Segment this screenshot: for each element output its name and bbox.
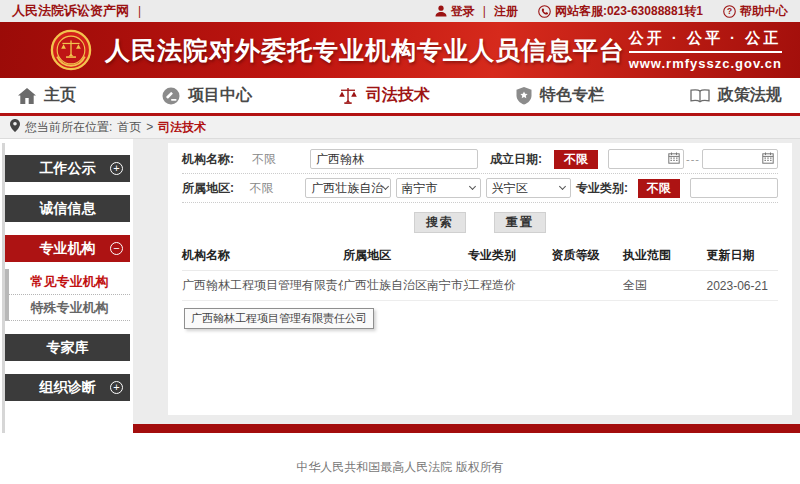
menu-label: 组织诊断 [40,379,96,397]
main-region: 工作公示 + 诚信信息 专业机构 − 常见专业机构 特殊专业机构 专家库 组织诊… [0,139,800,484]
book-icon [690,88,710,103]
org-name-link[interactable]: 广西翰林工程项目管理有限责任... [182,271,343,301]
svg-text:?: ? [727,6,732,16]
city-select-value: 南宁市 [402,180,438,197]
sidebar-item-expert-pool[interactable]: 专家库 [5,334,130,361]
calendar-icon [668,152,680,167]
founded-unlimited-button[interactable]: 不限 [554,150,598,169]
category-unlimited-button[interactable]: 不限 [638,179,680,198]
province-select[interactable]: 广西壮族自治 [305,178,390,198]
chevron-down-icon [382,183,389,190]
breadcrumb-home[interactable]: 首页 [117,119,141,136]
footer-red-bar [133,424,800,433]
region-label: 所属地区: [182,180,249,197]
col-org-name: 机构名称 [182,240,343,271]
help-link[interactable]: 帮助中心 [740,3,788,20]
topbar-divider: | [138,4,141,18]
nav-item-featured[interactable]: 特色专栏 [516,85,604,106]
nav-label: 政策法规 [718,85,782,106]
nav-item-project-center[interactable]: 项目中心 [162,85,252,106]
expand-icon[interactable]: + [110,381,123,394]
top-utility-bar: 人民法院诉讼资产网 | 登录 | 注册 网站客服:023-63088881转1 … [0,0,800,22]
breadcrumb-separator: > [146,120,153,134]
category-input[interactable] [690,178,778,198]
collapse-icon[interactable]: − [110,242,123,255]
search-panel: 机构名称: 不限 成立日期: 不限 --- [168,143,792,415]
help-group: ? 帮助中心 [723,3,788,20]
login-group: 登录 | 注册 [435,3,518,20]
phone-icon [538,5,551,18]
menu-label: 诚信信息 [40,200,96,218]
city-select[interactable]: 南宁市 [396,178,481,198]
chevron-down-icon [559,183,566,190]
sidebar-item-professional-orgs[interactable]: 专业机构 − [5,235,130,262]
hotline-text: 网站客服:023-63088881转1 [555,3,703,20]
nav-item-policy[interactable]: 政策法规 [690,85,782,106]
map-pin-icon [10,119,20,135]
col-updated: 更新日期 [706,240,778,271]
menu-label: 工作公示 [40,160,96,178]
org-name-input[interactable] [310,149,478,169]
col-scope: 执业范围 [623,240,706,271]
home-icon [18,88,36,104]
founded-date-from-input[interactable] [608,149,684,169]
banner-right: 公开 · 公平 · 公正 www.rmfysszc.gov.cn [629,29,786,71]
org-name-tooltip: 广西翰林工程项目管理有限责任公司 [184,308,374,329]
scales-icon [338,87,358,105]
date-range-separator: --- [686,153,700,165]
sidebar-subitem-special-orgs[interactable]: 特殊专业机构 [9,295,130,321]
gavel-circle-icon [162,87,180,105]
cell-grade [552,271,624,301]
slogan-text: 公开 · 公平 · 公正 [629,29,782,53]
site-url: www.rmfysszc.gov.cn [629,56,782,71]
login-link[interactable]: 登录 [451,3,475,20]
cell-region: 广西壮族自治区南宁市兴宁区 [343,271,468,301]
results-table: 机构名称 所属地区 专业类别 资质等级 执业范围 更新日期 广西翰林工程项目管理… [182,240,778,301]
search-button[interactable]: 搜索 [414,212,466,233]
sidebar-subitem-common-orgs[interactable]: 常见专业机构 [9,269,130,295]
org-name-unlimited[interactable]: 不限 [252,151,310,168]
cell-scope: 全国 [623,271,706,301]
nav-label: 项目中心 [188,85,252,106]
help-icon: ? [723,5,736,18]
org-name-label: 机构名称: [182,151,252,168]
cell-updated: 2023-06-21 [706,271,778,301]
region-unlimited[interactable]: 不限 [249,180,305,197]
expand-icon[interactable]: + [110,162,123,175]
district-select-value: 兴宁区 [492,180,528,197]
founded-date-to-input[interactable] [702,149,778,169]
founded-date-label: 成立日期: [490,151,554,168]
filter-row-region-category: 所属地区: 不限 广西壮族自治 南宁市 兴宁区 专业类别: 不限 [182,174,778,203]
nav-label: 特色专栏 [540,85,604,106]
copyright-text: 中华人民共和国最高人民法院 版权所有 [296,459,503,484]
category-label: 专业类别: [576,180,638,197]
menu-label: 专家库 [47,339,89,357]
user-icon [435,5,447,17]
province-select-value: 广西壮族自治 [311,180,383,197]
site-banner: 人民法院对外委托专业机构专业人员信息平台 公开 · 公平 · 公正 www.rm… [0,22,800,78]
sidebar-menu: 工作公示 + 诚信信息 专业机构 − 常见专业机构 特殊专业机构 专家库 组织诊… [5,155,130,414]
col-category: 专业类别 [468,240,551,271]
table-header-row: 机构名称 所属地区 专业类别 资质等级 执业范围 更新日期 [182,240,778,271]
content-area: 机构名称: 不限 成立日期: 不限 --- [133,139,800,424]
sidebar-item-integrity-info[interactable]: 诚信信息 [5,195,130,222]
nav-item-home[interactable]: 主页 [18,85,76,106]
shield-star-icon [516,87,532,105]
sidebar-item-work-publicity[interactable]: 工作公示 + [5,155,130,182]
main-nav: 主页 项目中心 司法技术 特色专栏 政策法规 [0,78,800,116]
reset-button[interactable]: 重置 [494,212,546,233]
register-link[interactable]: 注册 [494,3,518,20]
table-row: 广西翰林工程项目管理有限责任... 广西壮族自治区南宁市兴宁区 工程造价 全国 … [182,271,778,301]
nav-label: 主页 [44,85,76,106]
topbar-right: 登录 | 注册 网站客服:023-63088881转1 ? 帮助中心 [415,3,788,20]
hotline-group: 网站客服:023-63088881转1 [538,3,703,20]
calendar-icon [762,152,774,167]
nav-item-judicial-tech[interactable]: 司法技术 [338,85,430,106]
court-emblem-icon [50,29,92,71]
breadcrumb: 您当前所在位置: 首页 > 司法技术 [0,116,800,139]
district-select[interactable]: 兴宁区 [486,178,571,198]
sidebar-submenu: 常见专业机构 特殊专业机构 [5,269,130,321]
sidebar-item-org-diagnosis[interactable]: 组织诊断 + [5,374,130,401]
site-link[interactable]: 人民法院诉讼资产网 [12,2,129,20]
nav-label: 司法技术 [366,85,430,106]
